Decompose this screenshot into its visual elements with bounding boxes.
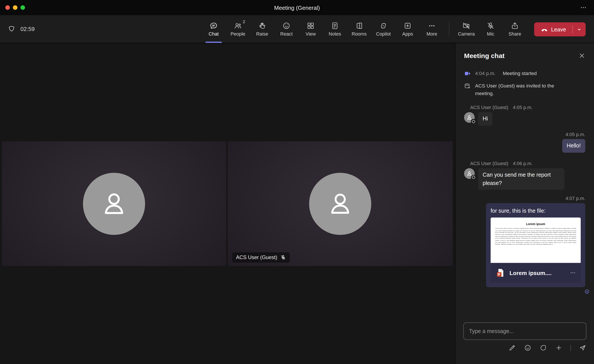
person-silhouette-icon (324, 187, 356, 220)
message-time: 4:06 p.m. (513, 161, 533, 166)
video-tile-participant-2[interactable]: ACS User (Guest) (228, 141, 453, 266)
message-group-outgoing-1: 4:05 p.m. Hello! (464, 132, 587, 153)
tab-people[interactable]: People 2 (226, 15, 250, 43)
tab-view[interactable]: View (298, 15, 323, 43)
message-row: Hi (464, 112, 587, 126)
file-preview-title: Lorem ipsum (495, 222, 576, 226)
message-group-incoming-1: ACS User (Guest) 4:05 p.m. Hi (464, 105, 587, 126)
people-count-badge: 2 (243, 20, 245, 24)
mic-muted-icon (280, 255, 286, 260)
message-input[interactable] (469, 328, 581, 334)
tab-more[interactable]: More (420, 15, 444, 43)
raise-hand-icon (258, 21, 266, 30)
chat-bubble-incoming: Hi (478, 112, 492, 126)
share-button[interactable]: Share (503, 15, 527, 43)
chat-icon (209, 21, 218, 30)
window-more-icon[interactable] (580, 0, 587, 15)
meeting-stage: ACS User (Guest) (0, 43, 455, 364)
tab-chat[interactable]: Chat (202, 15, 226, 43)
read-receipt-icon (464, 289, 589, 294)
camera-button-label: Camera (458, 31, 475, 36)
tab-raise[interactable]: Raise (250, 15, 274, 43)
leave-button[interactable]: Leave (534, 22, 572, 36)
composer-actions (463, 344, 587, 351)
camera-off-icon (462, 21, 470, 30)
tab-react-label: React (280, 31, 293, 36)
mic-button-label: Mic (487, 31, 494, 36)
chat-bubble-outgoing: Hello! (562, 139, 585, 153)
emoji-icon[interactable] (524, 344, 532, 351)
tab-apps[interactable]: Apps (396, 15, 420, 43)
camera-button[interactable]: Camera (454, 15, 479, 43)
avatar (464, 168, 475, 179)
mic-off-icon (486, 21, 495, 30)
mic-button[interactable]: Mic (479, 15, 503, 43)
leave-button-label: Leave (551, 26, 566, 33)
device-buttons: Camera Mic (454, 15, 527, 43)
chat-message-list: 4:04 p.m. Meeting started ACS User (Gues… (464, 70, 587, 294)
file-attachment-card[interactable]: Lorem ipsum Lorem ipsum dolor sit amet, … (491, 218, 581, 283)
tab-copilot[interactable]: Copilot (371, 15, 395, 43)
teams-window: Meeting (General) 02:59 (0, 0, 594, 364)
close-chat-icon[interactable] (579, 52, 585, 59)
hangup-phone-icon (540, 26, 548, 33)
message-header: ACS User (Guest) 4:05 p.m. (464, 105, 587, 110)
tab-more-label: More (426, 31, 437, 36)
file-preview-thumbnail[interactable]: Lorem ipsum Lorem ipsum dolor sit amet, … (491, 218, 581, 263)
copilot-icon (379, 21, 387, 30)
format-pen-icon[interactable] (508, 344, 516, 351)
attachment-more-icon[interactable] (569, 270, 576, 276)
tab-raise-label: Raise (256, 31, 268, 36)
people-icon (234, 21, 242, 30)
notes-document-icon (331, 21, 339, 30)
tab-notes-label: Notes (329, 31, 341, 36)
tab-rooms[interactable]: Rooms (347, 15, 371, 43)
message-group-incoming-2: ACS User (Guest) 4:06 p.m. Can you send … (464, 161, 587, 190)
file-attachment-row[interactable]: Lorem ipsum.... (491, 263, 581, 283)
message-text: for sure, this is the file: (491, 208, 581, 214)
tab-notes[interactable]: Notes (323, 15, 347, 43)
loop-icon[interactable] (540, 344, 547, 351)
tab-react[interactable]: React (274, 15, 298, 43)
meeting-timer: 02:59 (20, 26, 35, 32)
chat-event-user-invited: ACS User (Guest) was invited to the meet… (464, 82, 587, 97)
event-text: Meeting started (503, 70, 537, 77)
file-name: Lorem ipsum.... (510, 270, 566, 276)
file-type-icon (495, 268, 506, 278)
meeting-info: 02:59 (8, 15, 35, 43)
tab-rooms-label: Rooms (352, 31, 367, 36)
view-grid-icon (306, 21, 315, 30)
message-time: 4:05 p.m. (464, 132, 587, 137)
presence-badge (471, 119, 476, 124)
avatar (83, 173, 145, 235)
send-message-icon[interactable] (579, 344, 587, 351)
event-text: ACS User (Guest) was invited to the meet… (475, 82, 573, 97)
meeting-toolbar: 02:59 Chat (0, 15, 594, 43)
message-input-box[interactable] (463, 322, 587, 340)
tab-apps-label: Apps (402, 31, 413, 36)
chat-event-meeting-started: 4:04 p.m. Meeting started (464, 70, 587, 77)
tab-chat-label: Chat (209, 31, 219, 36)
message-time: 4:07 p.m. (464, 196, 587, 201)
person-silhouette-icon (97, 187, 131, 220)
titlebar: Meeting (General) (0, 0, 594, 15)
chat-composer (463, 322, 587, 351)
video-tile-participant-1[interactable] (2, 141, 226, 266)
more-ellipsis-icon (428, 21, 436, 30)
calendar-add-icon (464, 83, 471, 89)
participant-name: ACS User (Guest) (236, 255, 277, 260)
toolbar-separator (449, 22, 449, 37)
avatar (464, 112, 475, 123)
tab-view-label: View (305, 31, 316, 36)
leave-options-chevron[interactable] (573, 22, 586, 36)
message-header: ACS User (Guest) 4:06 p.m. (464, 161, 587, 166)
toolbar-tabs: Chat People 2 (202, 15, 444, 43)
attach-plus-icon[interactable] (555, 344, 563, 351)
message-author: ACS User (Guest) (470, 105, 508, 110)
apps-plus-icon (403, 21, 412, 30)
message-time: 4:05 p.m. (513, 105, 533, 110)
message-author: ACS User (Guest) (470, 161, 508, 166)
rooms-door-icon (355, 21, 363, 30)
composer-divider (570, 345, 571, 351)
chat-panel-title: Meeting chat (464, 52, 505, 60)
